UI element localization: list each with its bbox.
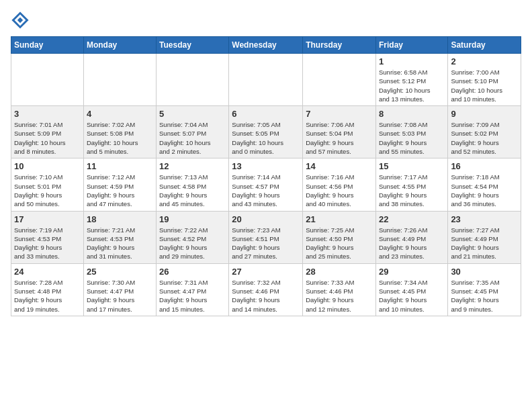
day-info: Sunrise: 7:25 AM Sunset: 4:50 PM Dayligh… xyxy=(306,226,373,261)
day-number: 10 xyxy=(14,161,81,171)
calendar-table: SundayMondayTuesdayWednesdayThursdayFrid… xyxy=(11,36,521,316)
calendar-day-22: 22Sunrise: 7:26 AM Sunset: 4:49 PM Dayli… xyxy=(375,211,447,263)
day-number: 11 xyxy=(87,161,153,171)
day-number: 5 xyxy=(159,109,226,119)
day-info: Sunrise: 7:00 AM Sunset: 5:10 PM Dayligh… xyxy=(451,68,518,103)
day-number: 18 xyxy=(87,214,153,224)
day-number: 30 xyxy=(451,267,518,277)
calendar-day-29: 29Sunrise: 7:34 AM Sunset: 4:45 PM Dayli… xyxy=(375,263,447,316)
weekday-header-monday: Monday xyxy=(83,37,156,54)
day-info: Sunrise: 7:13 AM Sunset: 4:58 PM Dayligh… xyxy=(159,173,226,208)
day-number: 20 xyxy=(232,214,300,224)
day-info: Sunrise: 7:30 AM Sunset: 4:47 PM Dayligh… xyxy=(87,278,153,314)
calendar-day-18: 18Sunrise: 7:21 AM Sunset: 4:53 PM Dayli… xyxy=(83,211,156,263)
calendar-day-13: 13Sunrise: 7:14 AM Sunset: 4:57 PM Dayli… xyxy=(229,158,303,211)
day-number: 2 xyxy=(451,56,518,66)
calendar-day-20: 20Sunrise: 7:23 AM Sunset: 4:51 PM Dayli… xyxy=(229,211,303,263)
calendar-day-25: 25Sunrise: 7:30 AM Sunset: 4:47 PM Dayli… xyxy=(83,263,156,316)
calendar-day-28: 28Sunrise: 7:33 AM Sunset: 4:46 PM Dayli… xyxy=(303,263,376,316)
day-info: Sunrise: 7:16 AM Sunset: 4:56 PM Dayligh… xyxy=(306,173,373,208)
day-info: Sunrise: 7:04 AM Sunset: 5:07 PM Dayligh… xyxy=(159,120,226,156)
calendar-day-14: 14Sunrise: 7:16 AM Sunset: 4:56 PM Dayli… xyxy=(303,158,376,211)
day-number: 23 xyxy=(451,214,518,224)
calendar-day-2: 2Sunrise: 7:00 AM Sunset: 5:10 PM Daylig… xyxy=(448,54,521,106)
calendar-day-10: 10Sunrise: 7:10 AM Sunset: 5:01 PM Dayli… xyxy=(11,158,84,211)
day-info: Sunrise: 7:31 AM Sunset: 4:47 PM Dayligh… xyxy=(159,278,226,314)
day-number: 9 xyxy=(451,109,518,119)
day-info: Sunrise: 7:33 AM Sunset: 4:46 PM Dayligh… xyxy=(306,278,373,314)
day-info: Sunrise: 7:23 AM Sunset: 4:51 PM Dayligh… xyxy=(232,226,300,261)
day-number: 4 xyxy=(87,109,153,119)
logo-icon xyxy=(11,11,30,30)
day-info: Sunrise: 7:12 AM Sunset: 4:59 PM Dayligh… xyxy=(87,173,153,208)
calendar-day-6: 6Sunrise: 7:05 AM Sunset: 5:05 PM Daylig… xyxy=(229,106,303,158)
day-number: 7 xyxy=(306,109,373,119)
calendar-day-27: 27Sunrise: 7:32 AM Sunset: 4:46 PM Dayli… xyxy=(229,263,303,316)
calendar-week-4: 17Sunrise: 7:19 AM Sunset: 4:53 PM Dayli… xyxy=(11,211,521,263)
day-info: Sunrise: 7:01 AM Sunset: 5:09 PM Dayligh… xyxy=(14,120,81,156)
day-number: 19 xyxy=(159,214,226,224)
day-info: Sunrise: 7:34 AM Sunset: 4:45 PM Dayligh… xyxy=(379,278,445,314)
calendar-day-17: 17Sunrise: 7:19 AM Sunset: 4:53 PM Dayli… xyxy=(11,211,84,263)
day-number: 6 xyxy=(232,109,300,119)
calendar-day-21: 21Sunrise: 7:25 AM Sunset: 4:50 PM Dayli… xyxy=(303,211,376,263)
day-number: 12 xyxy=(159,161,226,171)
calendar-day-24: 24Sunrise: 7:28 AM Sunset: 4:48 PM Dayli… xyxy=(11,263,84,316)
day-info: Sunrise: 7:18 AM Sunset: 4:54 PM Dayligh… xyxy=(451,173,518,208)
day-info: Sunrise: 7:32 AM Sunset: 4:46 PM Dayligh… xyxy=(232,278,300,314)
empty-day-cell xyxy=(11,54,84,106)
day-info: Sunrise: 7:06 AM Sunset: 5:04 PM Dayligh… xyxy=(306,120,373,156)
weekday-header-sunday: Sunday xyxy=(11,37,84,54)
calendar-day-5: 5Sunrise: 7:04 AM Sunset: 5:07 PM Daylig… xyxy=(157,106,229,158)
day-number: 16 xyxy=(451,161,518,171)
weekday-header-row: SundayMondayTuesdayWednesdayThursdayFrid… xyxy=(11,37,521,54)
day-info: Sunrise: 7:21 AM Sunset: 4:53 PM Dayligh… xyxy=(87,226,153,261)
calendar-day-11: 11Sunrise: 7:12 AM Sunset: 4:59 PM Dayli… xyxy=(83,158,156,211)
day-info: Sunrise: 7:35 AM Sunset: 4:45 PM Dayligh… xyxy=(451,278,518,314)
day-number: 22 xyxy=(379,214,445,224)
day-info: Sunrise: 7:09 AM Sunset: 5:02 PM Dayligh… xyxy=(451,120,518,156)
day-number: 27 xyxy=(232,267,300,277)
empty-day-cell xyxy=(157,54,229,106)
calendar-day-26: 26Sunrise: 7:31 AM Sunset: 4:47 PM Dayli… xyxy=(157,263,229,316)
day-info: Sunrise: 7:17 AM Sunset: 4:55 PM Dayligh… xyxy=(379,173,445,208)
day-number: 21 xyxy=(306,214,373,224)
day-number: 8 xyxy=(379,109,445,119)
day-number: 17 xyxy=(14,214,81,224)
empty-day-cell xyxy=(83,54,156,106)
weekday-header-saturday: Saturday xyxy=(448,37,521,54)
day-number: 25 xyxy=(87,267,153,277)
calendar-day-8: 8Sunrise: 7:08 AM Sunset: 5:03 PM Daylig… xyxy=(375,106,447,158)
day-number: 28 xyxy=(306,267,373,277)
day-info: Sunrise: 7:26 AM Sunset: 4:49 PM Dayligh… xyxy=(379,226,445,261)
empty-day-cell xyxy=(229,54,303,106)
calendar-day-7: 7Sunrise: 7:06 AM Sunset: 5:04 PM Daylig… xyxy=(303,106,376,158)
page: SundayMondayTuesdayWednesdayThursdayFrid… xyxy=(0,0,532,411)
calendar-week-5: 24Sunrise: 7:28 AM Sunset: 4:48 PM Dayli… xyxy=(11,263,521,316)
logo xyxy=(11,11,32,30)
day-info: Sunrise: 7:22 AM Sunset: 4:52 PM Dayligh… xyxy=(159,226,226,261)
day-number: 3 xyxy=(14,109,81,119)
day-number: 1 xyxy=(379,56,445,66)
day-info: Sunrise: 6:58 AM Sunset: 5:12 PM Dayligh… xyxy=(379,68,445,103)
day-number: 14 xyxy=(306,161,373,171)
weekday-header-wednesday: Wednesday xyxy=(229,37,303,54)
day-number: 13 xyxy=(232,161,300,171)
calendar-day-1: 1Sunrise: 6:58 AM Sunset: 5:12 PM Daylig… xyxy=(375,54,447,106)
day-number: 29 xyxy=(379,267,445,277)
calendar-day-4: 4Sunrise: 7:02 AM Sunset: 5:08 PM Daylig… xyxy=(83,106,156,158)
weekday-header-tuesday: Tuesday xyxy=(157,37,229,54)
day-info: Sunrise: 7:02 AM Sunset: 5:08 PM Dayligh… xyxy=(87,120,153,156)
day-info: Sunrise: 7:05 AM Sunset: 5:05 PM Dayligh… xyxy=(232,120,300,156)
day-info: Sunrise: 7:10 AM Sunset: 5:01 PM Dayligh… xyxy=(14,173,81,208)
calendar-day-3: 3Sunrise: 7:01 AM Sunset: 5:09 PM Daylig… xyxy=(11,106,84,158)
weekday-header-friday: Friday xyxy=(375,37,447,54)
weekday-header-thursday: Thursday xyxy=(303,37,376,54)
day-number: 15 xyxy=(379,161,445,171)
calendar-day-12: 12Sunrise: 7:13 AM Sunset: 4:58 PM Dayli… xyxy=(157,158,229,211)
calendar-day-16: 16Sunrise: 7:18 AM Sunset: 4:54 PM Dayli… xyxy=(448,158,521,211)
calendar-week-2: 3Sunrise: 7:01 AM Sunset: 5:09 PM Daylig… xyxy=(11,106,521,158)
day-info: Sunrise: 7:27 AM Sunset: 4:49 PM Dayligh… xyxy=(451,226,518,261)
day-info: Sunrise: 7:14 AM Sunset: 4:57 PM Dayligh… xyxy=(232,173,300,208)
calendar-day-30: 30Sunrise: 7:35 AM Sunset: 4:45 PM Dayli… xyxy=(448,263,521,316)
